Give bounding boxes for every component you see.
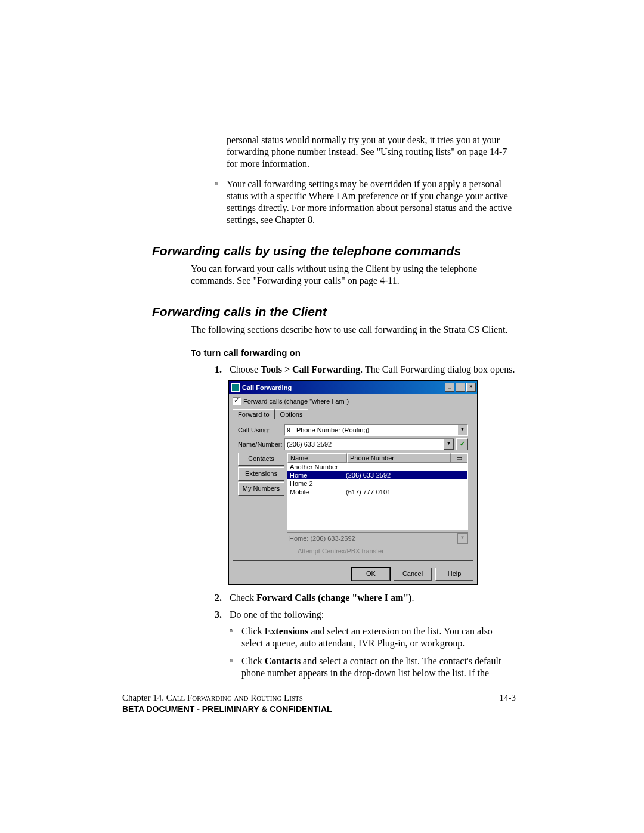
step-2-text-c: . bbox=[411, 593, 414, 603]
intro-bullet-override: Your call forwarding settings may be ove… bbox=[215, 178, 516, 226]
contacts-button[interactable]: Contacts bbox=[238, 453, 284, 466]
dropdown-icon: ▼ bbox=[457, 533, 467, 544]
name-number-combo[interactable]: (206) 633-2592 ▼ bbox=[284, 438, 454, 450]
label-call-using: Call Using: bbox=[238, 426, 284, 433]
selected-number-value: Home: (206) 633-2592 bbox=[289, 535, 355, 542]
forward-calls-label: Forward calls (change "where I am") bbox=[243, 398, 349, 405]
extensions-button[interactable]: Extensions bbox=[238, 467, 284, 481]
page-footer: Chapter 14. Call Forwarding and Routing … bbox=[122, 690, 516, 714]
col-header-name[interactable]: Name bbox=[287, 453, 347, 463]
heading-telephone-commands: Forwarding calls by using the telephone … bbox=[152, 244, 516, 258]
step-3-text: Do one of the following: bbox=[230, 609, 324, 620]
call-forwarding-dialog: Call Forwarding _ □ × Forward calls (cha… bbox=[228, 380, 478, 585]
cancel-button[interactable]: Cancel bbox=[394, 568, 432, 581]
subheading-turn-on: To turn call forwarding on bbox=[191, 348, 516, 358]
verify-button[interactable]: ✓ bbox=[456, 438, 468, 450]
dropdown-icon[interactable]: ▼ bbox=[444, 439, 454, 450]
dropdown-icon[interactable]: ▼ bbox=[457, 425, 467, 435]
footer-chapter: Chapter 14. Call Forwarding and Routing … bbox=[122, 693, 303, 703]
col-header-end-icon[interactable]: ▭ bbox=[451, 453, 467, 463]
help-button[interactable]: Help bbox=[435, 568, 473, 581]
ok-button[interactable]: OK bbox=[352, 568, 390, 581]
tab-forward-to[interactable]: Forward to bbox=[233, 409, 275, 419]
step-3-bullet-contacts: Click Contacts and select a contact on t… bbox=[230, 655, 516, 679]
step-3: 3. Do one of the following: bbox=[215, 609, 516, 621]
centrex-transfer-checkbox bbox=[287, 547, 295, 555]
label-name-number: Name/Number: bbox=[238, 441, 284, 448]
list-row[interactable]: Another Number bbox=[287, 463, 467, 471]
step-2-text-a: Check bbox=[230, 593, 256, 603]
body-telephone-commands: You can forward your calls without using… bbox=[191, 263, 516, 287]
number-listview[interactable]: Name Phone Number ▭ Another NumberHome(2… bbox=[287, 453, 468, 530]
intro-continuation: personal status would normally try you a… bbox=[227, 134, 516, 170]
step-1-menu-path: Tools > Call Forwarding bbox=[261, 364, 360, 374]
minimize-button[interactable]: _ bbox=[445, 383, 454, 392]
heading-forwarding-client: Forwarding calls in the Client bbox=[152, 305, 516, 319]
list-row[interactable]: Mobile(617) 777-0101 bbox=[287, 488, 467, 496]
close-button[interactable]: × bbox=[466, 383, 476, 392]
list-row[interactable]: Home 2 bbox=[287, 479, 467, 488]
dialog-titlebar[interactable]: Call Forwarding _ □ × bbox=[229, 381, 477, 394]
centrex-transfer-label: Attempt Centrex/PBX transfer bbox=[298, 547, 384, 555]
step-2-checkbox-name: Forward Calls (change "where I am") bbox=[256, 593, 412, 603]
list-row[interactable]: Home(206) 633-2592 bbox=[287, 471, 467, 479]
step-2: 2. Check Forward Calls (change "where I … bbox=[215, 592, 516, 604]
body-forwarding-client: The following sections describe how to u… bbox=[191, 324, 516, 336]
call-using-combo[interactable]: 9 - Phone Number (Routing) ▼ bbox=[284, 424, 468, 436]
maximize-button[interactable]: □ bbox=[456, 383, 465, 392]
system-menu-icon[interactable] bbox=[231, 383, 240, 392]
name-number-value: (206) 633-2592 bbox=[287, 441, 332, 448]
step-1-text-c: . The Call Forwarding dialog box opens. bbox=[360, 364, 515, 374]
tab-options[interactable]: Options bbox=[275, 409, 308, 419]
step-1: 1. Choose Tools > Call Forwarding. The C… bbox=[215, 364, 516, 376]
my-numbers-button[interactable]: My Numbers bbox=[238, 482, 284, 496]
col-header-phone[interactable]: Phone Number bbox=[347, 453, 451, 463]
forward-calls-checkbox[interactable] bbox=[233, 397, 241, 405]
dialog-title: Call Forwarding bbox=[242, 384, 444, 391]
footer-page-number: 14-3 bbox=[500, 693, 516, 703]
call-using-value: 9 - Phone Number (Routing) bbox=[287, 426, 369, 433]
footer-confidential: BETA DOCUMENT - PRELIMINARY & CONFIDENTI… bbox=[122, 704, 516, 714]
selected-number-combo: Home: (206) 633-2592 ▼ bbox=[287, 532, 468, 544]
step-3-bullet-extensions: Click Extensions and select an extension… bbox=[230, 625, 516, 649]
step-1-text-a: Choose bbox=[230, 364, 261, 374]
